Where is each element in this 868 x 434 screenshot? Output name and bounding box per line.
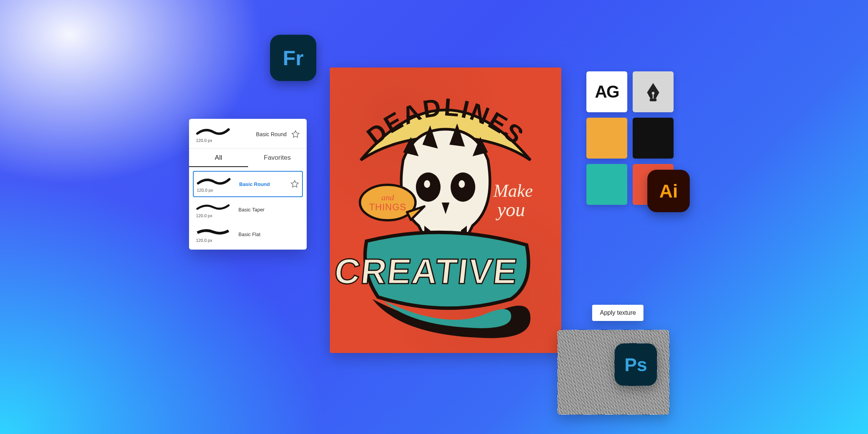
brush-list: 120.0 px Basic Round 120.0 px Basic Tape…: [189, 167, 307, 247]
brush-name-label: Basic Taper: [238, 207, 265, 213]
color-swatch-black[interactable]: [633, 118, 674, 159]
photoshop-letter-p: P: [625, 354, 637, 375]
poster-artwork: DEADLINES: [330, 68, 561, 353]
adobe-photoshop-icon: Ps: [615, 343, 657, 386]
illustrator-letter-a: A: [659, 181, 673, 202]
color-swatch-teal[interactable]: [586, 164, 627, 205]
type-tool-tile[interactable]: AG: [586, 71, 627, 112]
photoshop-letter-s: s: [637, 354, 647, 375]
svg-point-11: [652, 92, 655, 95]
brush-header-size: 120.0 px: [196, 138, 233, 143]
brush-tabs: All Favorites: [189, 149, 307, 167]
fresco-letter-f: F: [283, 46, 296, 70]
brush-size-label: 120.0 px: [196, 238, 233, 243]
brush-name-label: Basic Round: [239, 181, 270, 187]
star-icon[interactable]: [290, 180, 299, 188]
brush-row-basic-taper[interactable]: 120.0 px Basic Taper: [193, 197, 303, 222]
brush-panel: 120.0 px Basic Round All Favorites 120.0…: [189, 119, 307, 250]
poster-script-you: you: [495, 199, 525, 220]
fresco-letter-r: r: [296, 46, 304, 70]
brush-name-label: Basic Flat: [238, 231, 260, 237]
tab-favorites[interactable]: Favorites: [248, 149, 307, 167]
star-icon[interactable]: [291, 130, 300, 138]
svg-point-3: [424, 180, 430, 188]
poster-bubble-and: and: [382, 193, 395, 202]
brush-row-basic-round[interactable]: 120.0 px Basic Round: [193, 171, 303, 197]
svg-rect-13: [650, 99, 657, 101]
brush-size-label: 120.0 px: [197, 188, 234, 193]
brush-header-name: Basic Round: [256, 131, 287, 137]
pen-tool-tile[interactable]: [633, 71, 674, 112]
poster-bubble-things: THINGS: [369, 202, 407, 212]
poster-script-make: Make: [493, 181, 533, 201]
brush-size-label: 120.0 px: [196, 213, 233, 218]
color-swatch-orange[interactable]: [586, 118, 627, 159]
svg-point-4: [459, 180, 465, 188]
tab-all[interactable]: All: [189, 149, 248, 167]
pen-nib-icon: [642, 81, 664, 103]
adobe-fresco-icon: Fr: [270, 35, 316, 81]
illustrator-letter-i: i: [673, 181, 678, 202]
apply-texture-button[interactable]: Apply texture: [592, 305, 643, 321]
brush-header: 120.0 px Basic Round: [189, 119, 307, 149]
type-sample-label: AG: [595, 82, 619, 101]
poster-word-creative: CREATIVE: [333, 251, 520, 291]
adobe-illustrator-icon: Ai: [647, 170, 690, 212]
brush-stroke-preview: [196, 126, 230, 137]
brush-row-basic-flat[interactable]: 120.0 px Basic Flat: [193, 222, 303, 247]
